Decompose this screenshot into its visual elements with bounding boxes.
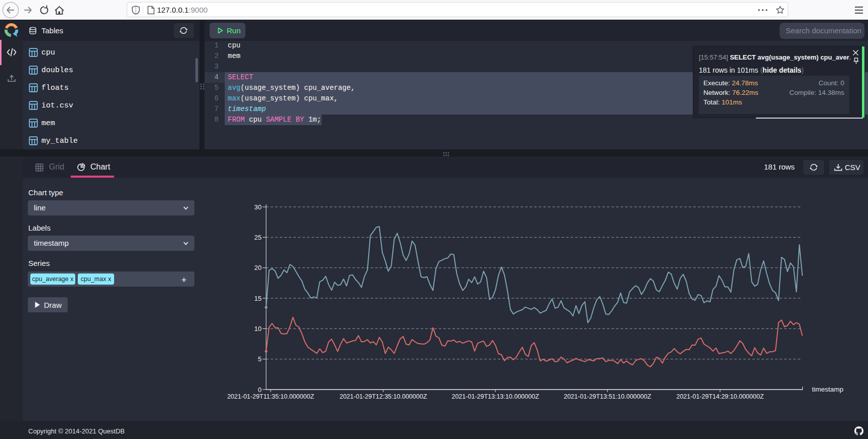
svg-text:2021-01-29T13:13:10.000000Z: 2021-01-29T13:13:10.000000Z [451, 393, 539, 400]
svg-text:2021-01-29T12:35:10.000000Z: 2021-01-29T12:35:10.000000Z [339, 393, 427, 400]
svg-text:timestamp: timestamp [812, 386, 843, 393]
svg-text:20: 20 [254, 264, 262, 271]
svg-text:2021-01-29T14:29:10.000000Z: 2021-01-29T14:29:10.000000Z [676, 393, 763, 400]
svg-text:0: 0 [258, 386, 262, 394]
svg-text:10: 10 [254, 325, 262, 333]
svg-text:2021-01-29T13:51:10.000000Z: 2021-01-29T13:51:10.000000Z [564, 393, 651, 400]
svg-text:15: 15 [254, 295, 262, 302]
svg-text:25: 25 [254, 234, 262, 241]
svg-text:30: 30 [254, 203, 262, 211]
svg-text:5: 5 [258, 355, 262, 363]
svg-text:2021-01-29T11:35:10.000000Z: 2021-01-29T11:35:10.000000Z [227, 393, 314, 400]
